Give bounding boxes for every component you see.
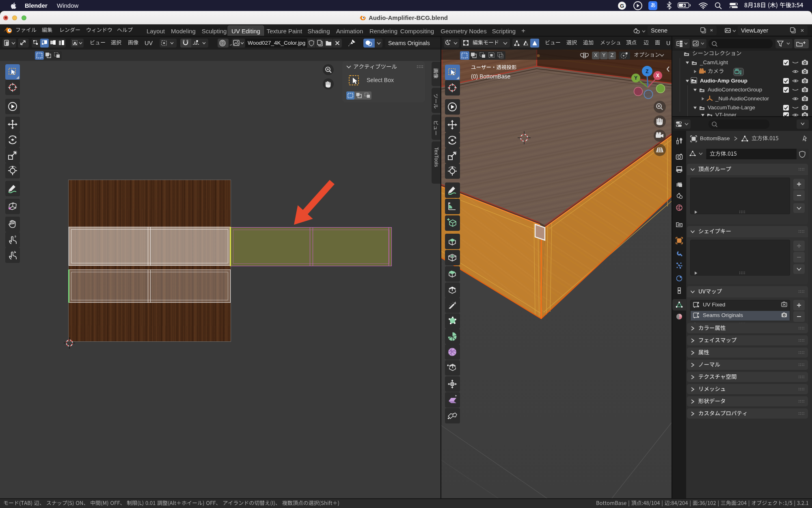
svg-text:G: G <box>620 3 624 9</box>
svg-text:Z: Z <box>646 69 648 74</box>
svg-text:Y: Y <box>634 75 637 81</box>
svg-text:X: X <box>656 73 659 78</box>
